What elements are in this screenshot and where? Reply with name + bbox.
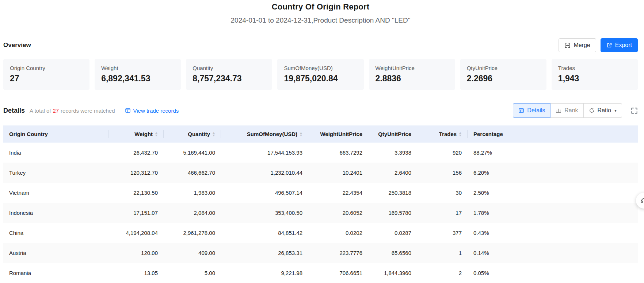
cell-origin-country: Romania [3,263,108,283]
table-row[interactable]: Vietnam 22,130.50 1,983.00 496,507.14 22… [3,183,638,203]
cell-qty-unit-price: 169.5780 [368,203,417,223]
cell-qty-unit-price: 65.6560 [368,243,417,263]
tab-ratio-label: Ratio [598,107,611,114]
summary-suffix: records were matched [61,108,115,114]
sort-icon[interactable]: ▲▼ [155,132,158,137]
stat-card-trades: Trades 1,943 [552,59,638,90]
cell-origin-country: Indonesia [3,203,108,223]
view-trade-records-label: View trade records [133,108,179,114]
stat-card-label: WeightUnitPrice [376,65,449,71]
tab-rank[interactable]: Rank [550,103,583,118]
cell-quantity: 2,084.00 [164,203,221,223]
column-header-trades[interactable]: Trades ▲▼ [417,125,468,143]
column-header-quantity[interactable]: Quantity ▲▼ [164,125,221,143]
tab-details[interactable]: Details [513,103,550,118]
cell-weight-unit-price: 10.2401 [308,163,368,183]
overview-cards: Origin Country 27 Weight 6,892,341.53 Qu… [3,59,638,90]
cell-weight-unit-price: 0.0202 [308,223,368,243]
cell-origin-country: China [3,223,108,243]
cell-quantity: 2,961,278.00 [164,223,221,243]
cell-qty-unit-price: 250.3818 [368,183,417,203]
summary-prefix: A total of [30,108,51,114]
cell-trades: 17 [417,203,468,223]
stat-card-value: 19,875,020.84 [284,74,357,84]
stat-card-value: 8,757,234.73 [193,74,266,84]
cell-percentage: 0.43% [468,223,638,243]
column-header-weight[interactable]: Weight ▲▼ [108,125,164,143]
cell-sum-of-money: 84,851.42 [221,223,308,243]
export-button[interactable]: Export [601,38,638,52]
merge-button[interactable]: Merge [559,38,596,52]
table-row[interactable]: China 4,194,208.04 2,961,278.00 84,851.4… [3,223,638,243]
cell-weight-unit-price: 22.4354 [308,183,368,203]
stat-card-label: Origin Country [10,65,83,71]
cell-sum-of-money: 1,232,010.44 [221,163,308,183]
stat-card-label: QtyUnitPrice [467,65,540,71]
details-bar: Details A total of 27 records were match… [3,103,638,118]
tab-ratio[interactable]: Ratio ▾ [583,103,622,118]
stat-card-weight-unit-price: WeightUnitPrice 2.8836 [369,59,455,90]
cell-qty-unit-price: 0.0287 [368,223,417,243]
view-switcher: Details Rank [513,103,622,118]
cell-trades: 377 [417,223,468,243]
sort-icon[interactable]: ▲▼ [212,132,215,137]
stat-card-label: Quantity [193,65,266,71]
table-row[interactable]: Turkey 120,312.70 466,662.70 1,232,010.4… [3,163,638,183]
sort-icon[interactable]: ▲▼ [300,132,302,137]
fullscreen-icon[interactable] [631,107,638,114]
column-header-sum-of-money[interactable]: SumOfMoney(USD) ▲▼ [221,125,308,143]
cell-trades: 156 [417,163,468,183]
cell-weight: 120.00 [108,243,164,263]
cell-sum-of-money: 17,544,153.93 [221,143,308,163]
headset-icon [640,197,644,205]
table-row[interactable]: India 26,432.70 5,169,441.00 17,544,153.… [3,143,638,163]
stat-card-value: 1,943 [558,74,631,84]
stat-card-sum-of-money: SumOfMoney(USD) 19,875,020.84 [277,59,363,90]
details-summary: A total of 27 records were matched [30,108,115,114]
cell-origin-country: India [3,143,108,163]
stat-card-origin-country: Origin Country 27 [3,59,89,90]
export-icon [606,42,612,48]
cell-percentage: 0.05% [468,263,638,283]
page-subtitle: 2024-01-01 to 2024-12-31,Product Descrip… [3,16,638,24]
cell-weight: 17,151.07 [108,203,164,223]
stat-card-value: 2.8836 [376,74,449,84]
sort-icon[interactable]: ▲▼ [459,132,462,137]
cell-sum-of-money: 26,853.31 [221,243,308,263]
stat-card-value: 6,892,341.53 [101,74,174,84]
stat-card-value: 2.2696 [467,74,540,84]
cell-trades: 920 [417,143,468,163]
stat-card-weight: Weight 6,892,341.53 [95,59,181,90]
cell-quantity: 409.00 [164,243,221,263]
table-row[interactable]: Romania 13.05 5.00 9,221.98 706.6651 1,8… [3,263,638,283]
cell-trades: 1 [417,243,468,263]
details-table: Origin Country Weight ▲▼ Quantity ▲▼ Sum… [3,125,638,283]
column-header-origin-country: Origin Country [3,125,108,143]
cell-sum-of-money: 9,221.98 [221,263,308,283]
cell-origin-country: Turkey [3,163,108,183]
cell-qty-unit-price: 2.6400 [368,163,417,183]
table-row[interactable]: Indonesia 17,151.07 2,084.00 353,400.50 … [3,203,638,223]
stat-card-label: SumOfMoney(USD) [284,65,357,71]
table-row[interactable]: Austria 120.00 409.00 26,853.31 223.7776… [3,243,638,263]
cell-percentage: 6.20% [468,163,638,183]
trade-records-icon [125,108,131,113]
export-button-label: Export [615,42,632,49]
cell-quantity: 1,983.00 [164,183,221,203]
cell-qty-unit-price: 3.3938 [368,143,417,163]
cell-quantity: 466,662.70 [164,163,221,183]
cell-qty-unit-price: 1,844.3960 [368,263,417,283]
overview-bar: Overview Merge [3,38,638,52]
column-header-weight-unit-price: WeightUnitPrice [308,125,368,143]
cell-weight: 4,194,208.04 [108,223,164,243]
cell-percentage: 88.27% [468,143,638,163]
cell-quantity: 5,169,441.00 [164,143,221,163]
cell-weight-unit-price: 706.6651 [308,263,368,283]
view-trade-records-link[interactable]: View trade records [125,108,179,114]
cell-weight-unit-price: 20.6052 [308,203,368,223]
stat-card-qty-unit-price: QtyUnitPrice 2.2696 [460,59,546,90]
cell-weight-unit-price: 663.7292 [308,143,368,163]
stat-card-quantity: Quantity 8,757,234.73 [186,59,272,90]
details-left: Details A total of 27 records were match… [3,107,179,115]
summary-count: 27 [53,108,59,114]
